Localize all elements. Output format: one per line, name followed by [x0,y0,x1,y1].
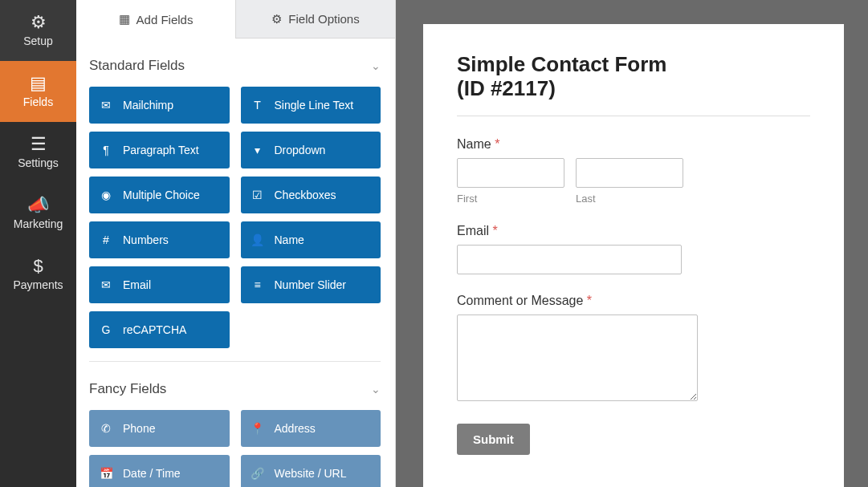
envelope-icon: ✉ [99,278,113,291]
layout-icon: ▦ [119,12,130,26]
form-title: Simple Contact Form (ID #2117) [457,53,810,101]
panel-tabs: ▦Add Fields⚙Field Options [76,0,395,39]
user-icon: 👤 [251,233,265,246]
field-button-phone[interactable]: ✆Phone [89,410,230,447]
required-star: * [495,137,499,151]
field-label: reCAPTCHA [123,323,186,336]
nav-item-setup[interactable]: ⚙Setup [0,0,76,61]
field-button-checkboxes[interactable]: ☑Checkboxes [241,177,381,213]
field-group-fancy-fields: Fancy Fields⌄✆Phone📍Address📅Date / Time🔗… [76,362,393,487]
field-grid: ✆Phone📍Address📅Date / Time🔗Website / URL [89,410,381,487]
name-label: Name * [457,137,810,152]
nav-label: Setup [23,34,53,47]
field-label: Checkboxes [275,189,336,201]
field-button-numbers[interactable]: #Numbers [89,221,230,258]
tab-field-options[interactable]: ⚙Field Options [235,0,395,39]
paragraph-icon: ¶ [99,144,113,156]
field-button-number-slider[interactable]: ≡Number Slider [241,266,381,303]
bullhorn-icon: 📣 [27,197,49,214]
nav-label: Settings [18,156,59,169]
recaptcha-icon: G [99,323,113,336]
group-title: Fancy Fields [89,381,166,397]
required-star: * [587,294,592,307]
field-button-name[interactable]: 👤Name [241,221,381,258]
field-button-website-url[interactable]: 🔗Website / URL [241,455,381,487]
nav-label: Payments [13,278,63,291]
field-button-dropdown[interactable]: ▾Dropdown [241,132,381,168]
envelope-icon: ✉ [99,99,113,112]
field-button-paragraph-text[interactable]: ¶Paragraph Text [89,132,230,168]
dollar-icon: $ [33,258,43,275]
field-button-multiple-choice[interactable]: ◉Multiple Choice [89,177,230,213]
hash-icon: # [99,233,113,246]
pin-icon: 📍 [251,422,265,435]
preview-stage: Simple Contact Form (ID #2117) Name * Fi… [396,0,868,487]
field-group-standard-fields: Standard Fields⌄✉MailchimpTSingle Line T… [76,39,393,362]
first-name-input[interactable] [457,158,564,188]
email-field-block: Email * [457,224,810,274]
nav-item-payments[interactable]: $Payments [0,244,76,305]
field-label: Address [275,422,316,435]
last-sublabel: Last [576,193,683,205]
tab-label: Field Options [288,12,359,26]
gear-icon: ⚙ [31,14,47,31]
field-button-recaptcha[interactable]: GreCAPTCHA [89,311,230,348]
main-nav: ⚙Setup▤Fields☰Settings📣Marketing$Payment… [0,0,76,487]
form-title-line2: (ID #2117) [457,76,556,100]
last-name-input[interactable] [576,158,683,188]
sliders-icon: ⚙ [271,12,282,26]
field-label: Phone [123,422,155,435]
list-icon: ▤ [30,75,47,92]
nav-item-settings[interactable]: ☰Settings [0,122,76,183]
field-label: Numbers [123,233,169,246]
group-header[interactable]: Standard Fields⌄ [89,45,381,87]
field-label: Paragraph Text [123,144,199,156]
link-icon: 🔗 [251,467,265,480]
title-separator [457,116,810,116]
field-label: Mailchimp [123,99,173,112]
sliders-icon: ☰ [31,136,47,153]
field-label: Number Slider [275,278,346,291]
email-label: Email * [457,224,810,238]
nav-item-fields[interactable]: ▤Fields [0,61,76,122]
email-input[interactable] [457,245,682,274]
required-star: * [492,224,497,237]
chevron-down-icon: ⌄ [371,59,381,72]
field-button-mailchimp[interactable]: ✉Mailchimp [89,87,230,124]
radio-icon: ◉ [99,189,113,201]
group-header[interactable]: Fancy Fields⌄ [89,368,381,410]
field-label: Date / Time [123,467,181,480]
checkbox-icon: ☑ [251,189,265,201]
calendar-icon: 📅 [99,467,113,480]
panel-body[interactable]: Standard Fields⌄✉MailchimpTSingle Line T… [76,39,395,487]
field-label: Website / URL [275,467,347,480]
form-preview-card: Simple Contact Form (ID #2117) Name * Fi… [423,24,844,487]
tab-add-fields[interactable]: ▦Add Fields [76,0,235,39]
field-button-single-line-text[interactable]: TSingle Line Text [241,87,381,124]
submit-button[interactable]: Submit [457,424,530,455]
message-textarea[interactable] [457,315,698,401]
first-sublabel: First [457,193,564,205]
form-title-line1: Simple Contact Form [457,52,666,76]
field-button-date-time[interactable]: 📅Date / Time [89,455,230,487]
field-grid: ✉MailchimpTSingle Line Text¶Paragraph Te… [89,87,381,348]
slider-icon: ≡ [251,278,265,291]
field-label: Single Line Text [275,99,354,112]
message-label: Comment or Message * [457,294,810,308]
nav-item-marketing[interactable]: 📣Marketing [0,183,76,244]
field-label: Dropdown [275,144,326,156]
group-title: Standard Fields [89,58,185,74]
message-field-block: Comment or Message * [457,294,810,404]
field-label: Multiple Choice [123,189,200,201]
builder-panel: ▦Add Fields⚙Field Options Standard Field… [76,0,396,487]
name-field-block: Name * First Last [457,137,810,205]
field-label: Name [275,233,304,246]
field-label: Email [123,278,151,291]
nav-label: Marketing [14,217,63,230]
field-button-email[interactable]: ✉Email [89,266,230,303]
dropdown-icon: ▾ [251,144,265,156]
text-icon: T [251,99,265,112]
field-button-address[interactable]: 📍Address [241,410,381,447]
phone-icon: ✆ [99,422,113,435]
tab-label: Add Fields [137,13,194,26]
